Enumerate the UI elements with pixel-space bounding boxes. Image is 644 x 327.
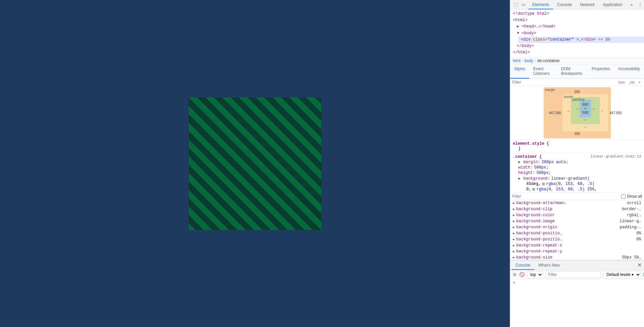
- console-tabs: Console What's New ✕: [510, 261, 644, 270]
- preview-area: [0, 0, 510, 327]
- show-all-checkbox[interactable]: [621, 194, 626, 199]
- styles-filter-input[interactable]: [512, 80, 615, 85]
- bm-padding-left[interactable]: –: [575, 107, 580, 110]
- body-arrow[interactable]: ▼: [517, 31, 519, 36]
- prop-expand-repeat-y[interactable]: ▶: [513, 249, 515, 253]
- styles-panel: :hov .cls + margin 200 447.500 border: [510, 79, 644, 260]
- console-prompt-input[interactable]: [517, 281, 641, 285]
- tab-console[interactable]: Console: [553, 0, 576, 9]
- head-arrow[interactable]: ▶: [517, 24, 519, 29]
- prop-expand-image[interactable]: ▶: [513, 219, 515, 223]
- tab-more[interactable]: »: [627, 0, 637, 9]
- css-rules: element.style { } .container { linear-gr…: [510, 140, 644, 193]
- tab-application[interactable]: Application: [599, 0, 627, 9]
- breadcrumb-body[interactable]: body: [525, 58, 533, 63]
- console-clear-icon[interactable]: 🚫: [519, 271, 525, 278]
- bm-border: border – padding- –: [562, 94, 608, 131]
- css-prop-margin: ▶ margin: 200px auto;: [513, 159, 641, 165]
- bm-border-left[interactable]: –: [567, 109, 571, 112]
- body-line[interactable]: ▼ <body>: [513, 30, 641, 37]
- devtools-panel: ⬚ ▭ Elements Console Network Application…: [510, 0, 644, 327]
- console-tab-console[interactable]: Console: [512, 261, 534, 270]
- style-tabs: Styles Event Listeners DOM Breakpoints P…: [510, 64, 644, 79]
- tab-elements[interactable]: Elements: [528, 0, 553, 9]
- bm-margin: margin 200 447.500 border –: [544, 87, 611, 138]
- toolbar-icons: ⬚ ▭: [513, 1, 527, 8]
- css-selector-container[interactable]: .container {: [513, 154, 542, 159]
- css-rule-container: .container { linear-gradient.html:12 ▶ m…: [510, 153, 644, 193]
- margin-expand-icon[interactable]: ▶: [518, 159, 521, 165]
- style-tab-event-listeners[interactable]: Event Listeners: [529, 64, 557, 79]
- hov-button[interactable]: :hov: [616, 80, 626, 85]
- more-options-icon[interactable]: ⋮: [638, 1, 642, 8]
- prop-expand-clip[interactable]: ▶: [513, 207, 515, 211]
- prop-expand-color[interactable]: ▶: [513, 213, 515, 217]
- computed-filter-input[interactable]: [512, 194, 619, 199]
- css-source-container[interactable]: linear-gradient.html:12: [590, 154, 641, 159]
- inspect-icon[interactable]: ⬚: [513, 1, 520, 8]
- bm-margin-left[interactable]: 447.500: [548, 111, 562, 115]
- tab-network[interactable]: Network: [576, 0, 599, 9]
- show-all-label[interactable]: Show all: [621, 194, 642, 199]
- bm-padding-outer: padding- – 500 × 500 –: [571, 97, 599, 124]
- head-line[interactable]: ▶ <head>…</head>: [513, 24, 641, 30]
- html-tag-line[interactable]: <html>: [513, 17, 641, 24]
- color-swatch-1[interactable]: [542, 183, 545, 185]
- bm-margin-right[interactable]: 447.500: [608, 111, 623, 115]
- bm-padding-right[interactable]: –: [591, 107, 596, 110]
- prop-expand-size[interactable]: ▶: [513, 255, 515, 260]
- background-expand-icon[interactable]: ▶: [518, 176, 521, 181]
- bm-border-bottom[interactable]: –: [567, 125, 604, 129]
- html-close-line: </html>: [513, 49, 641, 56]
- breadcrumb-html[interactable]: html: [513, 58, 521, 63]
- computed-prop-repeat-y: ▶ background-repeat-y: [510, 248, 644, 254]
- html-tree: <!doctype html> <html> ▶ <head>…</head> …: [510, 9, 644, 57]
- device-toggle-icon[interactable]: ▭: [520, 1, 527, 8]
- prop-expand-pos-x[interactable]: ▶: [513, 231, 515, 235]
- console-stop-icon[interactable]: ⊘: [513, 271, 517, 278]
- prop-expand-repeat-x[interactable]: ▶: [513, 243, 515, 247]
- bm-padding-bottom[interactable]: –: [575, 118, 595, 122]
- bm-margin-top[interactable]: 200: [548, 90, 607, 94]
- css-prop-height: height: 500px;: [513, 170, 641, 176]
- bm-padding-label: padding-: [572, 98, 585, 101]
- css-bg-line2: 0, rgba(0, 153, 68, .5) 25%,: [513, 187, 641, 192]
- computed-prop-image: ▶ background-image linear-g…: [510, 218, 644, 224]
- css-selector-element-style[interactable]: element.style {: [513, 141, 641, 146]
- console-close-icon[interactable]: ✕: [636, 262, 643, 269]
- prop-expand-attachment[interactable]: ▶: [513, 201, 515, 205]
- add-style-button[interactable]: +: [637, 80, 642, 85]
- color-swatch-2[interactable]: [532, 188, 535, 191]
- console-area: Console What's New ✕ ⊘ 🚫 top Default lev…: [510, 260, 644, 327]
- console-level-select[interactable]: Default levels ▾: [603, 271, 641, 278]
- console-context-select[interactable]: top: [527, 271, 543, 278]
- bm-margin-label: margin: [545, 88, 555, 92]
- css-closing-brace: }: [513, 146, 641, 151]
- console-tab-whats-new[interactable]: What's New: [534, 261, 564, 270]
- computed-prop-color: ▶ background-color rgba(…: [510, 212, 644, 218]
- prop-expand-origin[interactable]: ▶: [513, 225, 515, 229]
- prop-expand-pos-y[interactable]: ▶: [513, 237, 515, 241]
- console-content: >: [510, 279, 644, 327]
- cls-button[interactable]: .cls: [628, 80, 636, 85]
- css-rule-element-style: element.style { }: [510, 140, 644, 153]
- style-tab-accessibility[interactable]: Accessibility: [614, 64, 644, 79]
- show-all-text: Show all: [627, 194, 642, 199]
- bm-border-right[interactable]: –: [600, 109, 604, 112]
- breadcrumb-container[interactable]: div.container: [537, 58, 560, 63]
- computed-prop-repeat-x: ▶ background-repeat-x: [510, 242, 644, 248]
- console-filter-input[interactable]: [546, 271, 601, 278]
- devtools-toolbar: ⬚ ▭ Elements Console Network Application…: [510, 0, 644, 9]
- computed-panel: Show all ▶ background-attachmen… scroll …: [510, 193, 644, 260]
- body-close-line: </body>: [513, 43, 641, 49]
- css-bg-line1: 45deg, rgba(0, 153, 68, .5): [513, 181, 641, 187]
- style-tab-dom-breakpoints[interactable]: DOM Breakpoints: [557, 64, 588, 79]
- style-tab-styles[interactable]: Styles: [510, 64, 529, 79]
- style-tab-properties[interactable]: Properties: [588, 64, 614, 79]
- computed-prop-origin: ▶ background-origin padding-…: [510, 224, 644, 230]
- container-line[interactable]: <div class="container" >…</div> == $0: [513, 37, 641, 43]
- bm-margin-bottom[interactable]: 200: [548, 132, 607, 136]
- computed-prop-size: ▶ background-size 50px 50…: [510, 254, 644, 260]
- striped-box: [189, 97, 321, 230]
- computed-prop-position-x: ▶ background-positio… 0%: [510, 230, 644, 236]
